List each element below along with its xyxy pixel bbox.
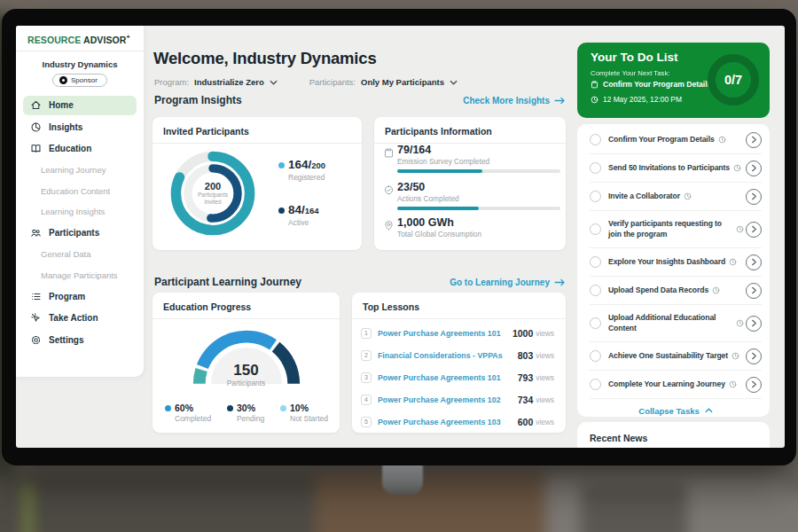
lesson-views: 793 <box>518 372 534 383</box>
metric-label: Actions Completed <box>397 194 459 203</box>
sidebar-item-participants[interactable]: Participants <box>23 223 137 243</box>
todo-task[interactable]: Confirm Your Program Details <box>590 126 762 154</box>
lesson-link[interactable]: Power Purchase Agreements 101 <box>378 373 518 382</box>
clock-icon <box>729 380 737 388</box>
lesson-views: 600 <box>518 417 534 427</box>
sidebar-item-settings[interactable]: Settings <box>23 330 137 349</box>
task-open-button[interactable] <box>746 132 762 148</box>
todo-task[interactable]: Verify participants requesting to join t… <box>590 211 762 248</box>
lesson-row: 4Power Purchase Agreements 102734views <box>352 388 566 411</box>
progress-bar <box>397 207 560 210</box>
clock-icon <box>712 286 720 294</box>
task-checkbox[interactable] <box>590 350 601 362</box>
go-to-learning-journey-link[interactable]: Go to Learning Journey <box>450 278 566 287</box>
sidebar-item-general-data[interactable]: General Data <box>23 245 137 263</box>
learning-journey-header: Participant Learning Journey Go to Learn… <box>154 276 566 288</box>
sidebar-item-take-action[interactable]: Take Action <box>23 309 137 328</box>
active-dot <box>278 207 285 214</box>
sidebar-item-learning-journey[interactable]: Learning Journey <box>23 160 137 179</box>
todo-task[interactable]: Achieve One Sustainability Target <box>590 342 762 371</box>
sidebar-item-program[interactable]: Program <box>23 286 137 306</box>
insights-icon <box>30 121 42 133</box>
todo-title: Your To Do List <box>591 51 678 64</box>
sidebar: RESOURCE ADVISOR+ Industry Dynamics Spon… <box>16 26 144 377</box>
todo-due-date: 12 May 2025, 12:00 PM <box>591 95 682 104</box>
task-open-button[interactable] <box>746 316 762 332</box>
task-checkbox[interactable] <box>590 191 601 202</box>
participants-information-card: Participants Information 79/164 Emission… <box>374 117 566 250</box>
todo-task[interactable]: Invite a Collaborator <box>590 183 762 211</box>
section-title-learning-journey: Participant Learning Journey <box>154 276 301 288</box>
participants-value: Only My Participants <box>361 77 444 87</box>
legend-dot <box>227 405 233 411</box>
todo-subtitle: Complete Your Next Task: <box>591 69 670 77</box>
task-open-button[interactable] <box>746 283 762 299</box>
lesson-rank: 3 <box>361 372 372 383</box>
lesson-row: 5Power Purchase Agreements 103600views <box>352 411 566 433</box>
lesson-link[interactable]: Power Purchase Agreements 102 <box>378 395 518 404</box>
sidebar-item-education[interactable]: Education <box>23 139 137 159</box>
org-name: Industry Dynamics <box>16 59 144 69</box>
program-insights-header: Program Insights Check More Insights <box>154 94 566 106</box>
participants-dropdown[interactable]: Participants: Only My Participants <box>309 77 458 87</box>
metric-label: Total Global Consumption <box>397 230 481 239</box>
program-dropdown[interactable]: Program: Industrialize Zero <box>154 77 278 87</box>
chevron-down-icon <box>270 80 278 85</box>
registered-dot <box>278 162 285 168</box>
lesson-rank: 1 <box>361 328 372 339</box>
task-open-button[interactable] <box>746 160 762 176</box>
filters: Program: Industrialize Zero Participants… <box>154 77 458 87</box>
legend-dot <box>165 405 171 411</box>
legend-pending: 30%Pending <box>227 403 264 423</box>
collapse-tasks-link[interactable]: Collapse Tasks <box>590 399 762 422</box>
todo-task[interactable]: Upload Spend Data Records <box>590 277 762 305</box>
chevron-up-icon <box>705 408 713 413</box>
lesson-link[interactable]: Power Purchase Agreements 101 <box>378 329 512 338</box>
sidebar-item-insights[interactable]: Insights <box>23 117 137 137</box>
gauge-center-value: 150 <box>153 362 340 379</box>
task-icon <box>591 81 598 89</box>
todo-task[interactable]: Explore Your Insights Dashboard <box>590 248 762 277</box>
clock-icon <box>729 258 737 266</box>
clock-icon <box>591 96 598 104</box>
todo-task[interactable]: Complete Your Learning Journey <box>590 371 762 399</box>
card-title: Education Progress <box>153 293 340 319</box>
task-checkbox[interactable] <box>590 134 601 145</box>
card-title: Invited Participants <box>153 117 362 144</box>
task-checkbox[interactable] <box>590 223 601 235</box>
task-checkbox[interactable] <box>590 162 601 174</box>
task-open-button[interactable] <box>746 222 762 238</box>
recent-news-card: Recent News <box>577 422 770 448</box>
metric-value: 23/50 <box>397 181 425 193</box>
task-open-button[interactable] <box>746 254 762 270</box>
todo-task[interactable]: Upload Additional Educational Content <box>590 305 762 342</box>
sidebar-item-education-content[interactable]: Education Content <box>23 182 137 200</box>
sidebar-item-home[interactable]: Home <box>23 96 137 115</box>
lesson-link[interactable]: Financial Considerations - VPPAs <box>378 351 518 360</box>
task-checkbox[interactable] <box>590 317 601 329</box>
arrow-right-icon <box>554 97 566 105</box>
task-checkbox[interactable] <box>590 256 601 268</box>
location-icon <box>383 220 395 231</box>
todo-progress-ring: 0/7 <box>708 54 759 106</box>
program-value: Industrialize Zero <box>194 77 264 87</box>
program-icon <box>30 291 42 302</box>
task-open-button[interactable] <box>746 348 762 364</box>
check-more-insights-link[interactable]: Check More Insights <box>463 96 566 106</box>
task-checkbox[interactable] <box>590 379 601 390</box>
task-open-button[interactable] <box>746 377 762 393</box>
sidebar-item-learning-insights[interactable]: Learning Insights <box>23 202 137 221</box>
clock-icon <box>718 136 726 144</box>
settings-icon <box>30 334 42 346</box>
education-progress-card: Education Progress 150 Participants 60%C… <box>153 293 340 433</box>
lesson-link[interactable]: Power Purchase Agreements 103 <box>378 418 518 426</box>
sidebar-item-manage-participants[interactable]: Manage Participants <box>23 266 137 285</box>
top-lessons-card: Top Lessons 1Power Purchase Agreements 1… <box>352 293 566 433</box>
survey-icon <box>383 147 395 159</box>
task-checkbox[interactable] <box>590 285 601 296</box>
task-open-button[interactable] <box>746 189 762 205</box>
todo-task[interactable]: Send 50 Invitations to Participants <box>590 154 762 183</box>
sponsor-badge: Sponsor <box>52 74 107 87</box>
registered-legend: 164/200 Registered <box>278 156 325 182</box>
clock-icon <box>684 192 692 200</box>
